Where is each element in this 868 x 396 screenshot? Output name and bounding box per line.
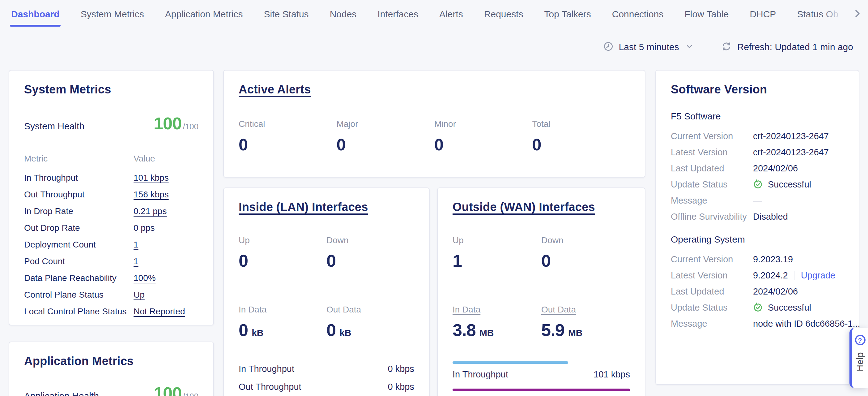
wan-interfaces-title-link[interactable]: Outside (WAN) Interfaces [453, 200, 595, 214]
alert-stat-minor: Minor 0 [434, 119, 532, 155]
nav-scroll-right-button[interactable] [852, 8, 863, 19]
tab-system-metrics[interactable]: System Metrics [81, 0, 144, 27]
column-header-value: Value [133, 153, 198, 163]
metric-value-link[interactable]: 1 [133, 239, 138, 249]
wan-in-throughput-block: In Throughput 101 kbps [453, 361, 630, 379]
table-row: In Throughput101 kbps [24, 169, 198, 186]
latest-version-label: Latest Version [671, 147, 753, 157]
wan-up-label: Up [453, 235, 541, 245]
wan-in-throughput-value: 101 kbps [593, 369, 630, 379]
table-row: Message — [671, 192, 844, 208]
software-version-card: Software Version F5 Software Current Ver… [655, 70, 859, 385]
table-row: Latest Version 9.2024.2 Upgrade [671, 267, 844, 283]
metric-label: Local Control Plane Status [24, 306, 133, 316]
wan-out-data-value: 5.9 [541, 322, 564, 339]
update-status-value: Successful [768, 303, 811, 312]
help-button[interactable]: ? Help [849, 328, 868, 388]
refresh-control[interactable]: Refresh: Updated 1 min ago [722, 41, 853, 52]
vertical-divider [794, 271, 795, 280]
alert-critical-count: 0 [239, 136, 337, 155]
table-row: Local Control Plane StatusNot Reported [24, 303, 198, 319]
system-health-max: /100 [183, 122, 198, 131]
operating-system-heading: Operating System [671, 234, 844, 245]
metric-value-link[interactable]: 1 [133, 256, 138, 266]
alert-total-count: 0 [532, 136, 630, 155]
wan-throughput: In Throughput 101 kbps Out Throughput 15… [438, 361, 645, 396]
alert-stat-major: Major 0 [337, 119, 435, 155]
active-alerts-title-link[interactable]: Active Alerts [239, 83, 311, 96]
software-version-title: Software Version [656, 70, 859, 96]
metric-value-link[interactable]: 0 pps [133, 222, 155, 232]
tab-alerts[interactable]: Alerts [439, 0, 463, 27]
metric-label: Out Throughput [24, 189, 133, 199]
tab-application-metrics[interactable]: Application Metrics [165, 0, 243, 27]
last-updated-value: 2024/02/06 [753, 163, 844, 173]
f5-software-rows: Current Version crt-20240123-2647 Latest… [671, 128, 844, 225]
table-row: Deployment Count1 [24, 236, 198, 252]
lan-in-throughput-value: 0 kbps [388, 364, 414, 374]
metric-label: In Throughput [24, 172, 133, 182]
offline-survivability-value: Disabled [753, 211, 844, 222]
offline-survivability-label: Offline Survivability [671, 211, 753, 222]
metric-value-link[interactable]: Up [133, 289, 145, 299]
table-row: In Drop Rate0.21 pps [24, 202, 198, 219]
lan-out-data-unit: kB [339, 327, 351, 338]
latest-version-label: Latest Version [671, 271, 753, 280]
tab-requests[interactable]: Requests [484, 0, 523, 27]
metric-value-link[interactable]: Not Reported [133, 306, 185, 316]
success-circular-check-icon [753, 179, 763, 189]
tab-status-objects[interactable]: Status Ob [797, 0, 838, 27]
time-range-selector[interactable]: Last 5 minutes [603, 41, 693, 52]
current-version-value: crt-20240123-2647 [753, 131, 844, 141]
tab-top-talkers[interactable]: Top Talkers [545, 0, 591, 27]
table-row: Update Status Successful [671, 176, 844, 192]
tab-dashboard[interactable]: Dashboard [11, 0, 60, 27]
wan-out-throughput-bar [453, 389, 630, 391]
top-nav: Dashboard System Metrics Application Met… [0, 0, 868, 27]
alert-major-label: Major [337, 119, 435, 129]
wan-out-data-link[interactable]: Out Data [541, 305, 576, 314]
lan-out-data-value: 0 [327, 322, 336, 339]
table-row: Current Version 9.2023.19 [671, 251, 844, 267]
metric-value-link[interactable]: 100% [133, 273, 156, 282]
table-row: Data Plane Reachability100% [24, 269, 198, 286]
last-updated-label: Last Updated [671, 286, 753, 296]
column-header-metric: Metric [24, 153, 133, 163]
wan-in-data-unit: MB [479, 327, 494, 338]
help-label: Help [855, 352, 865, 371]
refresh-label: Refresh: Updated 1 min ago [737, 41, 853, 52]
lan-out-throughput-label: Out Throughput [239, 382, 301, 392]
application-health-row: Application Health 100 /100 [9, 385, 213, 396]
metric-label: Data Plane Reachability [24, 273, 133, 282]
success-circular-check-icon [753, 303, 763, 312]
lan-up-count: 0 [239, 252, 248, 270]
wan-in-data-link[interactable]: In Data [453, 305, 480, 314]
system-metrics-table: Metric Value In Throughput101 kbps Out T… [24, 151, 198, 319]
system-metrics-title: System Metrics [9, 70, 213, 96]
tab-dhcp[interactable]: DHCP [750, 0, 776, 27]
latest-version-value: crt-20240123-2647 [753, 147, 844, 157]
application-health-max: /100 [183, 392, 198, 396]
tab-connections[interactable]: Connections [612, 0, 664, 27]
current-version-value: 9.2023.19 [753, 254, 844, 264]
lan-interfaces-title-link[interactable]: Inside (LAN) Interfaces [239, 200, 368, 214]
tab-interfaces[interactable]: Interfaces [377, 0, 418, 27]
wan-updown-stats: Up 1 Down 0 [438, 235, 645, 270]
upgrade-link[interactable]: Upgrade [801, 271, 835, 280]
application-metrics-card: Application Metrics Application Health 1… [9, 342, 214, 396]
wan-interfaces-card: Outside (WAN) Interfaces Up 1 Down 0 In … [437, 188, 645, 396]
message-value: node with ID 6dc66856-1... [753, 319, 860, 329]
tab-site-status[interactable]: Site Status [264, 0, 309, 27]
alert-total-label: Total [532, 119, 630, 129]
table-row: Last Updated 2024/02/06 [671, 283, 844, 300]
tab-flow-table[interactable]: Flow Table [685, 0, 729, 27]
tab-nodes[interactable]: Nodes [330, 0, 357, 27]
system-health-row: System Health 100 /100 [9, 115, 213, 133]
metric-value-link[interactable]: 0.21 pps [133, 206, 166, 216]
chevron-right-icon [852, 9, 862, 19]
metric-value-link[interactable]: 101 kbps [133, 172, 169, 182]
current-version-label: Current Version [671, 131, 753, 141]
last-updated-label: Last Updated [671, 163, 753, 173]
metric-value-link[interactable]: 156 kbps [133, 189, 169, 199]
lan-out-throughput-value: 0 kbps [388, 382, 414, 392]
